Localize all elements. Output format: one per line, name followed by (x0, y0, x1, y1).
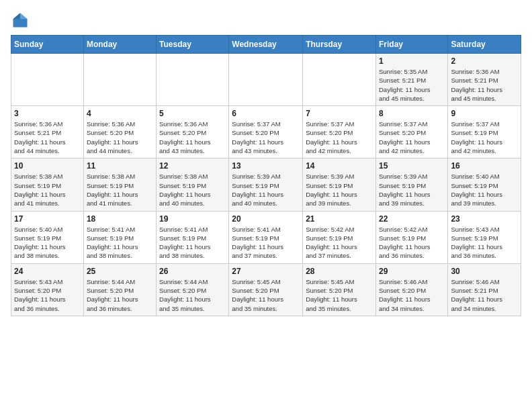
calendar-cell: 16Sunrise: 5:40 AM Sunset: 5:19 PM Dayli… (448, 158, 521, 211)
logo-icon (11, 11, 30, 30)
calendar-cell: 28Sunrise: 5:45 AM Sunset: 5:20 PM Dayli… (303, 263, 376, 316)
calendar-week-row: 24Sunrise: 5:43 AM Sunset: 5:20 PM Dayli… (11, 263, 521, 316)
day-number: 3 (14, 109, 81, 118)
day-number: 5 (159, 109, 226, 118)
day-number: 10 (14, 161, 81, 171)
day-number: 9 (451, 109, 518, 118)
day-info: Sunrise: 5:46 AM Sunset: 5:20 PM Dayligh… (379, 277, 445, 313)
day-number: 7 (306, 109, 373, 118)
calendar-header-row: SundayMondayTuesdayWednesdayThursdayFrid… (11, 36, 521, 54)
day-info: Sunrise: 5:40 AM Sunset: 5:19 PM Dayligh… (14, 225, 81, 261)
calendar-weekday-sunday: Sunday (11, 36, 84, 54)
calendar-week-row: 10Sunrise: 5:38 AM Sunset: 5:19 PM Dayli… (11, 158, 521, 211)
day-info: Sunrise: 5:42 AM Sunset: 5:19 PM Dayligh… (306, 225, 373, 261)
day-number: 14 (306, 161, 373, 171)
calendar-cell: 2Sunrise: 5:36 AM Sunset: 5:21 PM Daylig… (448, 54, 521, 106)
calendar-cell: 23Sunrise: 5:43 AM Sunset: 5:19 PM Dayli… (448, 211, 521, 263)
calendar-cell: 5Sunrise: 5:36 AM Sunset: 5:20 PM Daylig… (157, 106, 229, 158)
calendar-cell: 9Sunrise: 5:37 AM Sunset: 5:19 PM Daylig… (448, 106, 521, 158)
day-number: 6 (232, 109, 300, 118)
day-number: 25 (87, 267, 153, 276)
day-info: Sunrise: 5:38 AM Sunset: 5:19 PM Dayligh… (159, 172, 226, 208)
day-info: Sunrise: 5:37 AM Sunset: 5:20 PM Dayligh… (232, 120, 300, 155)
day-info: Sunrise: 5:39 AM Sunset: 5:19 PM Dayligh… (232, 172, 300, 208)
calendar-cell: 17Sunrise: 5:40 AM Sunset: 5:19 PM Dayli… (11, 211, 84, 263)
calendar-weekday-thursday: Thursday (303, 36, 376, 54)
calendar-cell: 15Sunrise: 5:39 AM Sunset: 5:19 PM Dayli… (375, 158, 447, 211)
svg-marker-2 (13, 13, 21, 19)
day-info: Sunrise: 5:43 AM Sunset: 5:19 PM Dayligh… (451, 225, 518, 261)
day-info: Sunrise: 5:46 AM Sunset: 5:21 PM Dayligh… (451, 277, 518, 313)
day-number: 8 (379, 109, 445, 118)
calendar-weekday-tuesday: Tuesday (157, 36, 229, 54)
day-number: 27 (232, 267, 300, 276)
calendar-cell (229, 54, 303, 106)
calendar-cell: 30Sunrise: 5:46 AM Sunset: 5:21 PM Dayli… (448, 263, 521, 316)
calendar-cell: 21Sunrise: 5:42 AM Sunset: 5:19 PM Dayli… (303, 211, 376, 263)
day-number: 20 (232, 214, 300, 224)
day-info: Sunrise: 5:44 AM Sunset: 5:20 PM Dayligh… (159, 277, 226, 313)
calendar-cell: 10Sunrise: 5:38 AM Sunset: 5:19 PM Dayli… (11, 158, 84, 211)
day-number: 13 (232, 161, 300, 171)
calendar-cell: 1Sunrise: 5:35 AM Sunset: 5:21 PM Daylig… (375, 54, 447, 106)
calendar-cell: 3Sunrise: 5:36 AM Sunset: 5:21 PM Daylig… (11, 106, 84, 158)
day-info: Sunrise: 5:43 AM Sunset: 5:20 PM Dayligh… (14, 277, 81, 313)
day-info: Sunrise: 5:42 AM Sunset: 5:19 PM Dayligh… (379, 225, 445, 261)
day-info: Sunrise: 5:40 AM Sunset: 5:19 PM Dayligh… (451, 172, 518, 208)
calendar-cell: 14Sunrise: 5:39 AM Sunset: 5:19 PM Dayli… (303, 158, 376, 211)
day-info: Sunrise: 5:36 AM Sunset: 5:21 PM Dayligh… (451, 67, 518, 103)
day-info: Sunrise: 5:37 AM Sunset: 5:20 PM Dayligh… (379, 120, 445, 155)
day-number: 21 (306, 214, 373, 224)
day-info: Sunrise: 5:36 AM Sunset: 5:20 PM Dayligh… (87, 120, 153, 155)
day-number: 22 (379, 214, 445, 224)
calendar-weekday-wednesday: Wednesday (229, 36, 303, 54)
logo (11, 11, 32, 30)
day-number: 1 (379, 56, 445, 66)
calendar-table: SundayMondayTuesdayWednesdayThursdayFrid… (11, 35, 521, 316)
day-info: Sunrise: 5:37 AM Sunset: 5:20 PM Dayligh… (306, 120, 373, 155)
day-info: Sunrise: 5:45 AM Sunset: 5:20 PM Dayligh… (232, 277, 300, 313)
calendar-weekday-friday: Friday (375, 36, 447, 54)
day-number: 12 (159, 161, 226, 171)
day-number: 17 (14, 214, 81, 224)
calendar-cell: 24Sunrise: 5:43 AM Sunset: 5:20 PM Dayli… (11, 263, 84, 316)
calendar-cell: 11Sunrise: 5:38 AM Sunset: 5:19 PM Dayli… (83, 158, 156, 211)
day-info: Sunrise: 5:36 AM Sunset: 5:21 PM Dayligh… (14, 120, 81, 155)
day-number: 2 (451, 56, 518, 66)
calendar-cell: 22Sunrise: 5:42 AM Sunset: 5:19 PM Dayli… (375, 211, 447, 263)
calendar-cell: 13Sunrise: 5:39 AM Sunset: 5:19 PM Dayli… (229, 158, 303, 211)
day-number: 30 (451, 267, 518, 276)
day-info: Sunrise: 5:38 AM Sunset: 5:19 PM Dayligh… (87, 172, 153, 208)
calendar-cell: 4Sunrise: 5:36 AM Sunset: 5:20 PM Daylig… (83, 106, 156, 158)
calendar-week-row: 1Sunrise: 5:35 AM Sunset: 5:21 PM Daylig… (11, 54, 521, 106)
day-info: Sunrise: 5:41 AM Sunset: 5:19 PM Dayligh… (159, 225, 226, 261)
calendar-cell: 26Sunrise: 5:44 AM Sunset: 5:20 PM Dayli… (157, 263, 229, 316)
day-info: Sunrise: 5:39 AM Sunset: 5:19 PM Dayligh… (306, 172, 373, 208)
calendar-cell: 18Sunrise: 5:41 AM Sunset: 5:19 PM Dayli… (83, 211, 156, 263)
day-info: Sunrise: 5:35 AM Sunset: 5:21 PM Dayligh… (379, 67, 445, 103)
day-info: Sunrise: 5:39 AM Sunset: 5:19 PM Dayligh… (379, 172, 445, 208)
day-info: Sunrise: 5:37 AM Sunset: 5:19 PM Dayligh… (451, 120, 518, 155)
calendar-cell: 12Sunrise: 5:38 AM Sunset: 5:19 PM Dayli… (157, 158, 229, 211)
calendar-cell: 20Sunrise: 5:41 AM Sunset: 5:19 PM Dayli… (229, 211, 303, 263)
calendar-cell: 8Sunrise: 5:37 AM Sunset: 5:20 PM Daylig… (375, 106, 447, 158)
calendar-cell (83, 54, 156, 106)
day-number: 4 (87, 109, 153, 118)
page-header (11, 11, 521, 30)
day-number: 16 (451, 161, 518, 171)
calendar-week-row: 3Sunrise: 5:36 AM Sunset: 5:21 PM Daylig… (11, 106, 521, 158)
day-number: 15 (379, 161, 445, 171)
calendar-cell: 6Sunrise: 5:37 AM Sunset: 5:20 PM Daylig… (229, 106, 303, 158)
calendar-cell (11, 54, 84, 106)
day-info: Sunrise: 5:41 AM Sunset: 5:19 PM Dayligh… (87, 225, 153, 261)
calendar-cell: 19Sunrise: 5:41 AM Sunset: 5:19 PM Dayli… (157, 211, 229, 263)
day-number: 28 (306, 267, 373, 276)
calendar-cell: 25Sunrise: 5:44 AM Sunset: 5:20 PM Dayli… (83, 263, 156, 316)
day-number: 18 (87, 214, 153, 224)
day-info: Sunrise: 5:38 AM Sunset: 5:19 PM Dayligh… (14, 172, 81, 208)
calendar-weekday-monday: Monday (83, 36, 156, 54)
day-number: 19 (159, 214, 226, 224)
day-number: 29 (379, 267, 445, 276)
calendar-cell (303, 54, 376, 106)
day-info: Sunrise: 5:44 AM Sunset: 5:20 PM Dayligh… (87, 277, 153, 313)
